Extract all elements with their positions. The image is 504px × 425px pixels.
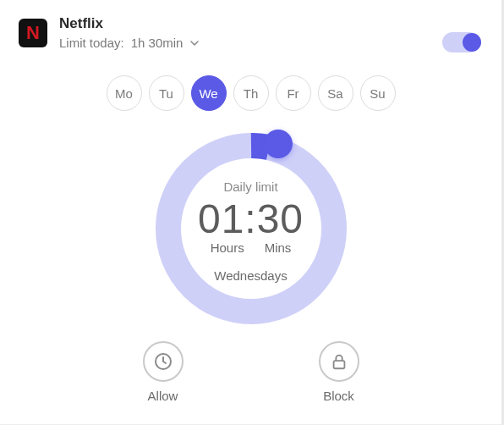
day-th[interactable]: Th [233, 75, 269, 111]
time-limit-dial[interactable]: Daily limit 01 : 30 Hours Mins Wednesday… [156, 133, 347, 324]
enable-toggle[interactable] [442, 32, 479, 52]
toggle-knob [463, 33, 481, 52]
svg-rect-2 [333, 361, 344, 368]
mins-label: Mins [265, 240, 292, 255]
hours-label: Hours [211, 240, 244, 255]
allow-label: Allow [148, 389, 178, 403]
block-label: Block [323, 389, 354, 403]
clock-icon [143, 341, 184, 382]
day-tu[interactable]: Tu [149, 75, 184, 111]
app-icon: N [19, 19, 47, 47]
day-mo[interactable]: Mo [107, 75, 142, 111]
time-separator: : [244, 196, 256, 242]
day-su[interactable]: Su [360, 75, 396, 111]
time-value: 01 : 30 [198, 196, 304, 242]
allow-button[interactable]: Allow [143, 341, 184, 403]
day-sa[interactable]: Sa [318, 75, 353, 111]
chevron-down-icon [189, 38, 200, 48]
limit-prefix: Limit today: [59, 36, 124, 50]
limit-today-selector[interactable]: Limit today: 1h 30min [59, 36, 483, 50]
selected-day-name: Wednesdays [214, 268, 287, 283]
day-selector: Mo Tu We Th Fr Sa Su [19, 75, 483, 111]
block-button[interactable]: Block [319, 341, 359, 403]
time-units: Hours Mins [211, 240, 292, 255]
day-we[interactable]: We [191, 75, 227, 111]
day-fr[interactable]: Fr [276, 75, 311, 111]
dial-center: Daily limit 01 : 30 Hours Mins Wednesday… [156, 133, 347, 324]
daily-limit-label: Daily limit [223, 179, 277, 194]
app-name: Netflix [59, 15, 483, 32]
lock-icon [319, 341, 359, 382]
limit-value: 1h 30min [131, 36, 184, 50]
mins-value: 30 [257, 196, 304, 242]
app-icon-letter: N [26, 22, 40, 44]
hours-value: 01 [198, 196, 244, 242]
